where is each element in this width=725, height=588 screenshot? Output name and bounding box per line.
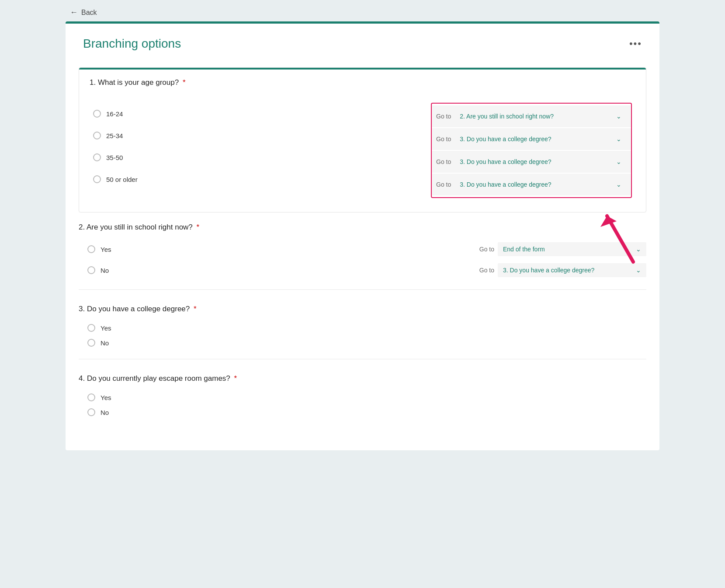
goto-text-q1-2: Go to [436,158,451,165]
q2-option-row-1: No Go to 3. Do you have a college degree… [79,260,646,281]
q4-options: Yes No [79,390,646,420]
radio-q2-yes[interactable] [87,245,95,253]
section-divider-2 [79,289,646,290]
goto-value-q1-0: 2. Are you still in school right now? [460,113,554,120]
goto-text-q1-0: Go to [436,113,451,120]
q2-goto-group-0: Go to End of the form ⌄ [454,242,646,256]
back-arrow-icon[interactable]: ← [70,8,78,17]
q4-option-left-0: Yes [87,393,175,401]
back-button[interactable]: Back [81,9,97,17]
q1-options-area: 16-24 25-34 35-50 50 or older [90,96,635,202]
goto-dropdown-q2-1[interactable]: 3. Do you have a college degree? ⌄ [498,263,646,277]
q1-goto-row-3: Go to 3. Do you have a college degree? ⌄ [432,174,631,195]
goto-dropdown-q2-0[interactable]: End of the form ⌄ [498,242,646,256]
q1-goto-row-1: Go to 3. Do you have a college degree? ⌄ [432,128,631,150]
q2-option-left-1: No [87,266,175,274]
goto-value-q2-0: End of the form [503,246,545,253]
q1-label-row-1: 25-34 [93,125,180,146]
q3-option-left-1: No [87,339,175,347]
section-body-1: 1. What is your age group? * 16-24 25-34 [79,70,646,212]
goto-dropdown-q1-2[interactable]: 3. Do you have a college degree? ⌄ [454,155,627,169]
option-label-q2-yes: Yes [101,246,111,253]
q1-goto-row-0: Go to 2. Are you still in school right n… [432,105,631,127]
question-title-4: 4. Do you currently play escape room gam… [79,374,646,383]
question-title-1: 1. What is your age group? * [90,78,635,87]
top-bar: ← Back [0,0,725,21]
card-content: 1. What is your age group? * 16-24 25-34 [66,67,659,424]
page-title: Branching options [83,37,181,51]
chevron-icon-q2-1: ⌄ [636,267,641,274]
radio-q2-no[interactable] [87,266,95,274]
more-options-button[interactable]: ••• [629,38,642,49]
option-label-q4-no: No [101,409,109,416]
chevron-icon-q1-3: ⌄ [616,181,621,188]
goto-value-q2-1: 3. Do you have a college degree? [503,267,594,274]
q1-label-row-2: 35-50 [93,146,180,168]
radio-q4-yes[interactable] [87,393,95,401]
q4-option-row-1: No [79,405,646,420]
q1-label-row-3: 50 or older [93,168,180,190]
question-title-3: 3. Do you have a college degree? * [79,305,646,313]
radio-q3-no[interactable] [87,339,95,347]
q2-option-left-0: Yes [87,245,175,253]
option-label-50-older: 50 or older [106,176,138,183]
chevron-icon-q1-2: ⌄ [616,158,621,165]
question-section-1: 1. What is your age group? * 16-24 25-34 [79,67,646,212]
main-card: Branching options ••• 1. What is your ag… [66,21,659,450]
option-label-q2-no: No [101,267,109,274]
radio-q4-no[interactable] [87,408,95,416]
option-label-16-24: 16-24 [106,110,123,118]
q2-options: Yes Go to End of the form ⌄ No [79,239,646,281]
q4-option-left-1: No [87,408,175,416]
chevron-icon-q1-0: ⌄ [616,113,621,120]
q2-goto-group-1: Go to 3. Do you have a college degree? ⌄ [454,263,646,277]
goto-dropdown-q1-0[interactable]: 2. Are you still in school right now? ⌄ [454,109,627,123]
q1-label-row-0: 16-24 [93,103,180,125]
goto-dropdown-q1-3[interactable]: 3. Do you have a college degree? ⌄ [454,177,627,191]
goto-value-q1-2: 3. Do you have a college degree? [460,158,551,165]
goto-text-q2-1: Go to [479,267,494,274]
required-star-2: * [197,223,200,231]
radio-25-34[interactable] [93,132,101,139]
q1-labels: 16-24 25-34 35-50 50 or older [93,103,180,190]
q3-options: Yes No [79,320,646,350]
goto-value-q1-3: 3. Do you have a college degree? [460,181,551,188]
radio-35-50[interactable] [93,153,101,161]
option-label-35-50: 35-50 [106,154,123,161]
option-label-q3-yes: Yes [101,324,111,332]
q1-goto-row-2: Go to 3. Do you have a college degree? ⌄ [432,151,631,173]
goto-value-q1-1: 3. Do you have a college degree? [460,136,551,143]
radio-50-older[interactable] [93,175,101,183]
question-block-2: 2. Are you still in school right now? * … [66,212,659,285]
q1-goto-dropdowns-highlighted: Go to 2. Are you still in school right n… [431,103,632,198]
question-block-4: 4. Do you currently play escape room gam… [66,364,659,424]
goto-text-q1-1: Go to [436,136,451,143]
q2-option-row-0: Yes Go to End of the form ⌄ [79,239,646,260]
question-block-3: 3. Do you have a college degree? * Yes N… [66,294,659,355]
option-label-q3-no: No [101,339,109,347]
section-divider-3 [79,359,646,359]
q3-option-row-1: No [79,335,646,350]
q4-option-row-0: Yes [79,390,646,405]
required-star-1: * [183,78,186,87]
option-label-25-34: 25-34 [106,132,123,139]
goto-dropdown-q1-1[interactable]: 3. Do you have a college degree? ⌄ [454,132,627,146]
goto-text-q1-3: Go to [436,181,451,188]
radio-q3-yes[interactable] [87,324,95,332]
chevron-icon-q2-0: ⌄ [636,246,641,253]
radio-16-24[interactable] [93,110,101,118]
option-label-q4-yes: Yes [101,394,111,401]
required-star-3: * [194,305,197,313]
question-title-2: 2. Are you still in school right now? * [79,223,646,232]
q3-option-row-0: Yes [79,320,646,335]
goto-text-q2-0: Go to [479,246,494,253]
card-header: Branching options ••• [66,24,659,55]
q3-option-left-0: Yes [87,324,175,332]
chevron-icon-q1-1: ⌄ [616,136,621,143]
required-star-4: * [234,374,237,383]
